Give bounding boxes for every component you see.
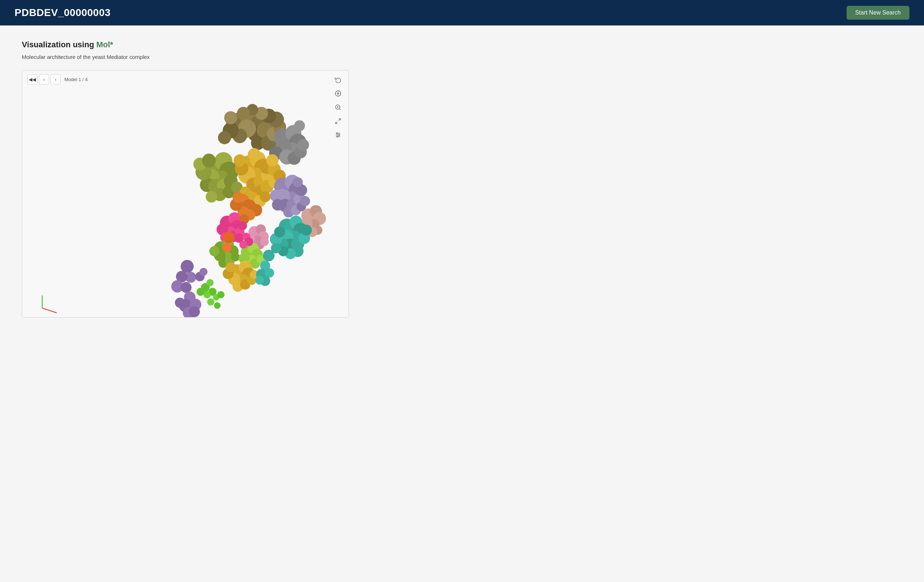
mol-star-link[interactable]: Mol*: [96, 40, 113, 49]
nav-prev-button[interactable]: ‹: [39, 74, 49, 84]
svg-line-10: [339, 119, 341, 121]
svg-point-158: [231, 253, 240, 261]
svg-point-217: [207, 298, 214, 306]
section-title-prefix: Visualization using: [22, 40, 96, 49]
svg-point-60: [202, 154, 216, 167]
svg-point-104: [293, 177, 303, 187]
viewer-toolbar-right: [333, 74, 343, 141]
svg-point-211: [206, 279, 214, 286]
svg-point-189: [181, 282, 191, 293]
fullscreen-button[interactable]: [333, 116, 343, 127]
svg-point-142: [238, 222, 247, 230]
svg-point-48: [294, 121, 305, 131]
start-new-search-button[interactable]: Start New Search: [846, 6, 909, 20]
reset-button[interactable]: [333, 74, 343, 85]
nav-next-button[interactable]: ›: [51, 74, 61, 84]
svg-point-214: [196, 288, 205, 296]
svg-point-204: [263, 250, 274, 261]
svg-point-1: [337, 93, 339, 94]
svg-point-222: [239, 241, 248, 249]
svg-line-7: [339, 108, 340, 109]
svg-point-85: [259, 191, 271, 202]
svg-point-34: [237, 107, 250, 120]
page-title: PDBDEV_00000003: [15, 7, 111, 18]
svg-point-47: [297, 139, 309, 150]
svg-point-110: [300, 196, 310, 206]
svg-point-216: [217, 291, 224, 298]
section-description: Molecular architecture of the yeast Medi…: [22, 54, 414, 60]
sliders-button[interactable]: [333, 129, 343, 141]
svg-point-17: [337, 136, 338, 137]
svg-point-195: [189, 306, 200, 317]
viewer-toolbar-top: ◀◀ ‹ › Model 1 / 4: [22, 71, 93, 88]
svg-point-62: [206, 191, 217, 203]
svg-line-11: [335, 122, 337, 124]
svg-point-78: [248, 148, 261, 161]
settings-button[interactable]: [333, 102, 343, 113]
main-content: Visualization using Mol* Molecular archi…: [0, 25, 436, 332]
svg-point-197: [200, 268, 208, 276]
svg-point-15: [337, 133, 338, 134]
svg-point-199: [223, 232, 235, 243]
svg-point-209: [255, 276, 264, 284]
svg-point-213: [203, 291, 211, 298]
svg-point-149: [260, 238, 269, 246]
nav-first-button[interactable]: ◀◀: [27, 74, 38, 84]
svg-point-106: [272, 199, 284, 211]
svg-point-173: [226, 262, 236, 272]
section-title: Visualization using Mol*: [22, 40, 414, 50]
svg-point-218: [214, 302, 221, 309]
svg-point-91: [233, 192, 244, 203]
svg-point-129: [274, 227, 285, 238]
app-header: PDBDEV_00000003 Start New Search: [0, 0, 924, 25]
svg-point-37: [224, 111, 238, 124]
svg-point-36: [218, 131, 231, 144]
svg-point-200: [223, 243, 232, 253]
svg-point-16: [339, 135, 340, 136]
molecule-visualization: [22, 71, 348, 317]
model-label: Model 1 / 4: [64, 77, 87, 82]
svg-point-126: [301, 225, 312, 236]
mol-viewer[interactable]: ◀◀ ‹ › Model 1 / 4: [22, 70, 349, 317]
svg-point-75: [266, 154, 279, 167]
svg-point-77: [234, 154, 246, 167]
center-button[interactable]: [333, 88, 343, 99]
svg-point-155: [210, 246, 219, 256]
svg-point-193: [175, 298, 185, 308]
